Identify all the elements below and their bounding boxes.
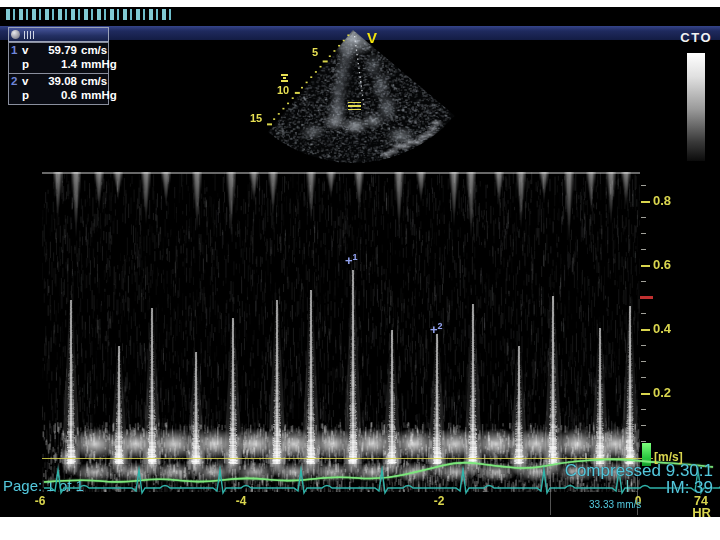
- measurement-panel-header: [8, 27, 109, 42]
- measure-index: 1: [11, 44, 20, 58]
- velocity-minor-tick: [641, 345, 646, 346]
- measurement-group: 1v59.79cm/sp1.4mmHg: [8, 42, 109, 74]
- measurement-panel: 1v59.79cm/sp1.4mmHg2v39.08cm/sp0.6mmHg: [8, 27, 109, 105]
- measurement-values: 1v59.79cm/sp1.4mmHg2v39.08cm/sp0.6mmHg: [8, 42, 109, 105]
- measure-unit: mmHg: [79, 58, 117, 72]
- velocity-tick-label: 0.8: [653, 193, 687, 209]
- depth-label: 15: [250, 112, 262, 124]
- redacted-patient-banner: [6, 9, 174, 20]
- red-axis-marker-icon: [640, 296, 653, 299]
- velocity-major-tick: [641, 201, 650, 203]
- depth-label: 5: [312, 46, 318, 58]
- heart-rate-label: HR: [692, 505, 711, 520]
- time-tick-label: -6: [35, 494, 46, 508]
- measurement-row: p1.4mmHg: [11, 58, 106, 72]
- trackball-icon: [11, 30, 20, 39]
- measure-unit: mmHg: [79, 89, 117, 103]
- measure-unit: cm/s: [79, 44, 107, 58]
- measurement-group: 2v39.08cm/sp0.6mmHg: [8, 73, 109, 105]
- velocity-minor-tick: [641, 233, 646, 234]
- measure-index: 2: [11, 75, 20, 89]
- grayscale-map-bar: [687, 53, 705, 161]
- velocity-minor-tick: [641, 409, 646, 410]
- velocity-major-tick: [641, 329, 650, 331]
- measure-value: 0.6: [35, 89, 77, 103]
- velocity-minor-tick: [641, 185, 646, 186]
- orientation-marker-icon: V: [367, 29, 377, 46]
- measure-value: 59.79: [35, 44, 77, 58]
- velocity-minor-tick: [641, 361, 646, 362]
- measurement-row: 2v39.08cm/s: [11, 75, 106, 89]
- ultrasound-screen: CTO V 51015 1v59.79cm/sp1.4mmHg2v39.08cm…: [0, 0, 720, 540]
- velocity-tick-label: 0.6: [653, 257, 687, 273]
- velocity-minor-tick: [641, 377, 646, 378]
- velocity-major-tick: [641, 265, 650, 267]
- measurement-row: 1v59.79cm/s: [11, 44, 106, 58]
- measure-param: v: [22, 44, 33, 58]
- sample-volume-icon: [348, 102, 361, 111]
- time-tick-label: -4: [236, 494, 247, 508]
- institution-label: CTO: [680, 30, 712, 45]
- measure-value: 1.4: [35, 58, 77, 72]
- velocity-minor-tick: [641, 249, 646, 250]
- velocity-minor-tick: [641, 425, 646, 426]
- calipers-icon: [24, 31, 34, 39]
- velocity-minor-tick: [641, 313, 646, 314]
- doppler-cursor-icon: +2: [430, 321, 443, 335]
- doppler-cursor-icon: +1: [345, 252, 358, 266]
- velocity-minor-tick: [641, 281, 646, 282]
- measurement-row: p0.6mmHg: [11, 89, 106, 103]
- measure-value: 39.08: [35, 75, 77, 89]
- time-tick-label: -2: [434, 494, 445, 508]
- velocity-minor-tick: [641, 217, 646, 218]
- depth-label: 10: [277, 84, 289, 96]
- measure-index: [11, 58, 20, 72]
- sweep-speed-label: 33.33 mm/s: [589, 499, 641, 510]
- measure-unit: cm/s: [79, 75, 107, 89]
- measure-param: p: [22, 89, 33, 103]
- velocity-tick-label: 0.4: [653, 321, 687, 337]
- velocity-major-tick: [641, 393, 650, 395]
- velocity-tick-label: 0.2: [653, 385, 687, 401]
- measure-param: p: [22, 58, 33, 72]
- measure-index: [11, 89, 20, 103]
- measure-param: v: [22, 75, 33, 89]
